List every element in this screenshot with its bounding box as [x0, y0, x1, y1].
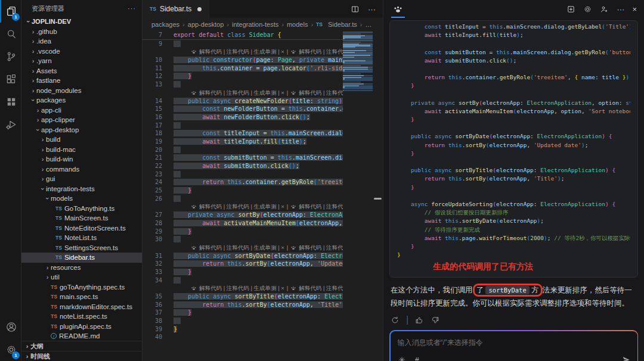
tree-item-fastlane[interactable]: ›fastlane	[21, 76, 142, 86]
editor-line[interactable]: 24 return this.container.getByRole('tree…	[143, 178, 343, 186]
editor-line[interactable]: 25 }	[143, 186, 343, 195]
tree-item-gotoanything-ts[interactable]: TSGoToAnything.ts	[21, 204, 142, 214]
tree-item-noteeditorscreen-ts[interactable]: TSNoteEditorScreen.ts	[21, 223, 142, 234]
tree-item-resources[interactable]: ›resources	[21, 263, 142, 273]
editor-line[interactable]: 15 const newFolderButton = this.containe…	[143, 105, 343, 113]
split-editor-icon[interactable]	[351, 5, 360, 14]
editor-line[interactable]: 22 await submitButton.click();	[143, 162, 343, 170]
editor-line[interactable]: 36 return this.sortBy(electronApp, 'Titl…	[143, 301, 343, 309]
codelens-label[interactable]: 解释代码 | 注释代码 | 生成单测 | ×	[199, 284, 284, 292]
tab-sidebar-ts[interactable]: TS Sidebar.ts	[143, 0, 209, 18]
editor-line[interactable]: 10 public constructor(page: Page, privat…	[143, 56, 343, 64]
editor-line[interactable]: 30	[143, 235, 343, 244]
tree-item-mainscreen-ts[interactable]: TSMainScreen.ts	[21, 213, 142, 223]
tree-item-assets[interactable]: ›Assets	[21, 66, 142, 76]
codelens-actions[interactable]: 解释代码 | 注释代码 | 生成单测 | ×|解释代码 | 注释代码 | 生成单…	[143, 244, 343, 252]
sticky-scroll-line[interactable]: 7export default class Sidebar {	[143, 31, 343, 40]
more-icon[interactable]: ···	[617, 5, 624, 13]
tree-item-notelist-spec-ts[interactable]: TSnoteList.spec.ts	[21, 312, 142, 322]
tree-item-app-clipper[interactable]: ›app-clipper	[21, 115, 142, 125]
tree-item--idea[interactable]: ›.idea	[21, 36, 142, 46]
tree-item-gotoanything-spec-ts[interactable]: TSgoToAnything.spec.ts	[21, 282, 142, 292]
settings-icon[interactable]	[583, 5, 592, 14]
tree-item-pluginapi-spec-ts[interactable]: TSpluginApi.spec.ts	[21, 322, 142, 332]
regenerate-icon[interactable]	[391, 316, 400, 325]
editor-line[interactable]: 20	[143, 146, 343, 154]
editor-line[interactable]: 13	[143, 80, 343, 89]
editor-line[interactable]: 37 }	[143, 309, 343, 317]
tree-item-packages[interactable]: ›packages	[21, 95, 142, 105]
activity-item-apps-grid[interactable]	[0, 91, 21, 113]
breadcrumb-item[interactable]: packages	[151, 21, 179, 28]
tree-item-commands[interactable]: ›commands	[21, 164, 142, 175]
assistant-tab[interactable]	[388, 0, 408, 18]
tree-item-settingsscreen-ts[interactable]: TSSettingsScreen.ts	[21, 243, 142, 253]
breadcrumb-item[interactable]: app-desktop	[188, 21, 224, 28]
tree-item--github[interactable]: ›.github	[21, 27, 142, 37]
codelens-label[interactable]: 解释代码 | 注释代码 | 生成单测 | ×	[199, 203, 284, 211]
tree-item-sidebar-ts[interactable]: TSSidebar.ts	[21, 253, 142, 263]
editor-line[interactable]: 34	[143, 276, 343, 285]
sidebar-section-大纲[interactable]: ›大纲	[21, 341, 142, 351]
codelens-label[interactable]: 解释代码 | 注释代码 | 生成单测 | ×	[299, 203, 343, 211]
tree-item-build-mac[interactable]: ›build-mac	[21, 145, 142, 155]
tree-item-build[interactable]: ›build	[21, 135, 142, 145]
tree-item-integration-tests[interactable]: ›integration-tests	[21, 184, 142, 194]
codelens-label[interactable]: 解释代码 | 注释代码 | 生成单测 | ×	[299, 284, 343, 292]
tree-item-notelist-ts[interactable]: TSNoteList.ts	[21, 233, 142, 243]
breadcrumb-item[interactable]: integration-tests	[232, 21, 278, 28]
tree-item-build-win[interactable]: ›build-win	[21, 154, 142, 164]
editor-line[interactable]: 16 await newFolderButton.click();	[143, 113, 343, 122]
editor-line[interactable]: 14 public async createNewFolder(title: s…	[143, 97, 343, 105]
chat-input[interactable]: 输入消息或者“/”来选择指令 #	[391, 331, 637, 361]
dislike-icon[interactable]	[431, 316, 439, 325]
tree-item--yarn[interactable]: ›.yarn	[21, 56, 142, 66]
code-editor[interactable]: 7export default class Sidebar {9 解释代码 | …	[143, 31, 383, 361]
editor-line[interactable]: 29 }	[143, 228, 343, 236]
tree-item-node-modules[interactable]: ›node_modules	[21, 86, 142, 96]
editor-more-icon[interactable]: ···	[368, 5, 376, 14]
editor-line[interactable]: 12 }	[143, 72, 343, 80]
close-icon[interactable]: ×	[632, 5, 637, 13]
editor-line[interactable]: 28 await activateMainMenuItem(electronAp…	[143, 219, 343, 228]
editor-line[interactable]: 9	[143, 40, 343, 48]
like-icon[interactable]	[415, 316, 424, 325]
editor-line[interactable]: 17	[143, 122, 343, 130]
tree-item-app-cli[interactable]: ›app-cli	[21, 105, 142, 116]
editor-line[interactable]: 40	[143, 333, 343, 341]
editor-line[interactable]: 35 public async sortByTitle(electronApp:…	[143, 292, 343, 301]
send-icon[interactable]	[622, 356, 630, 361]
activity-item-gear[interactable]: 1	[0, 338, 21, 361]
activity-item-extensions[interactable]	[0, 68, 21, 91]
editor-line[interactable]: 27 private async sortBy(electronApp: Ele…	[143, 211, 343, 219]
breadcrumb-item[interactable]: Sidebar.ts	[328, 21, 357, 28]
tree-item--vscode[interactable]: ›.vscode	[21, 46, 142, 57]
breadcrumb[interactable]: packages›app-desktop›integration-tests›m…	[143, 18, 383, 31]
tree-item-readme-md[interactable]: iREADME.md	[21, 331, 142, 341]
activity-item-files[interactable]: 1	[0, 0, 21, 23]
tree-item-main-spec-ts[interactable]: TSmain.spec.ts	[21, 292, 142, 302]
activity-item-search[interactable]	[0, 23, 21, 45]
editor-line[interactable]: 11 this.container = page.locator('.rli-s…	[143, 64, 343, 73]
tree-item-util[interactable]: ›util	[21, 272, 142, 282]
codelens-actions[interactable]: 解释代码 | 注释代码 | 生成单测 | ×|解释代码 | 注释代码 | 生成单…	[143, 89, 343, 97]
activity-item-source-control[interactable]	[0, 45, 21, 68]
codelens-label[interactable]: 解释代码 | 注释代码 | 生成单测 | ×	[199, 244, 284, 252]
codelens-label[interactable]: 解释代码 | 注释代码 | 生成单测 | ×	[199, 89, 284, 97]
tree-item-models[interactable]: ›models	[21, 194, 142, 204]
editor-line[interactable]: 18 const titleInput = this.mainScreen.di…	[143, 129, 343, 138]
editor-line[interactable]: 23	[143, 170, 343, 179]
scrollbar-thumb[interactable]	[374, 198, 382, 200]
tree-item-app-desktop[interactable]: ›app-desktop	[21, 125, 142, 135]
activity-item-run-config[interactable]	[0, 113, 21, 136]
explorer-more-icon[interactable]: ···	[128, 5, 136, 12]
activity-item-account[interactable]	[0, 316, 21, 338]
tree-item-joplin-dev[interactable]: ›JOPLIN-DEV	[21, 17, 142, 27]
minimap-slider[interactable]	[343, 32, 373, 70]
feedback-icon[interactable]	[600, 5, 609, 14]
context-hash-icon[interactable]: #	[415, 356, 419, 361]
codelens-label[interactable]: 解释代码 | 注释代码 | 生成单测 | ×	[199, 48, 284, 56]
editor-line[interactable]: 19 await titleInput.fill(title);	[143, 138, 343, 146]
minimap[interactable]	[343, 32, 373, 361]
codelens-label[interactable]: 解释代码 | 注释代码 | 生成单测 | ×	[299, 244, 343, 252]
